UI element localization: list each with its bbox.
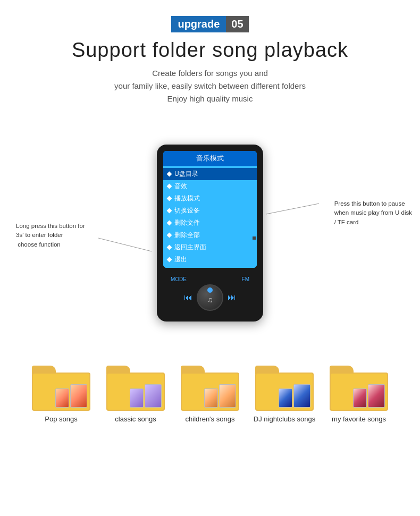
folder-overlay-dj [256,374,313,410]
upgrade-badge: upgrade 05 [171,16,248,32]
folder-label-children: children's songs [186,415,235,423]
folders-section: Pop songs classic songs [0,355,420,428]
svg-line-0 [98,238,152,251]
diamond-icon-3 [167,208,172,213]
folder-overlay-children [182,374,238,410]
folder-icon-fav [330,366,388,411]
controls-center: ⏮ ♫ ⏭ [163,282,257,313]
menu-label-2: 播放模式 [174,194,200,203]
annotation-right: Press this button to pause when music pl… [334,199,412,227]
page-header: upgrade 05 Support folder song playback … [0,0,420,111]
svg-line-1 [266,204,319,214]
photo-card-pop-1 [55,388,69,408]
diamond-icon-4 [167,220,172,225]
folder-label-dj: DJ nightclubs songs [254,415,315,423]
photo-card-fav-1 [353,388,367,408]
annotation-right-text: Press this button to pause when music pl… [334,199,412,227]
diamond-icon-0 [167,171,172,176]
photo-card-dj-2 [293,384,310,408]
annotation-left: Long press this button for 3s' to enter … [16,222,85,249]
menu-label-5: 删除全部 [174,231,200,240]
upgrade-label: upgrade [171,16,226,32]
screen-title: 音乐模式 [163,151,257,166]
photo-card-fav-2 [368,384,385,408]
menu-label-7: 退出 [174,255,187,264]
photo-card-pop-2 [70,384,87,408]
subtitle-line1: Create folders for songs you and [11,67,409,80]
menu-label-3: 切换设备 [174,206,200,215]
folder-classic: classic songs [104,366,167,423]
photo-card-children-1 [204,388,218,408]
menu-label-4: 删除文件 [174,218,200,227]
folder-label-fav: my favorite songs [332,415,386,423]
photo-card-dj-1 [279,388,292,408]
menu-item-6: 返回主界面 [163,241,257,253]
folder-dj: DJ nightclubs songs [253,366,316,423]
mode-button[interactable]: MODE [171,276,187,282]
folder-overlay-fav [331,374,387,410]
menu-label-1: 音效 [174,182,187,191]
folder-children: children's songs [178,366,242,423]
photo-card-children-2 [219,384,236,408]
diamond-icon-7 [167,257,172,262]
prev-button[interactable]: ⏮ [184,293,192,302]
subtitle-line3: Enjoy high quality music [11,92,409,105]
mp3-player: 音乐模式 U盘目录 音效 播放模式 切换设备 [157,145,263,322]
diamond-icon-5 [167,232,172,238]
mp3-controls: MODE FM ⏮ ♫ ⏭ [163,273,257,315]
photo-card-classic-1 [130,388,144,408]
folder-overlay-pop [33,374,89,410]
screen-menu: U盘目录 音效 播放模式 切换设备 删除文件 [163,166,257,268]
fm-button[interactable]: FM [242,276,249,282]
folder-pop: Pop songs [29,366,93,423]
folder-fav: my favorite songs [327,366,391,423]
next-button[interactable]: ⏭ [228,293,236,302]
subtitle: Create folders for songs you and your fa… [11,67,409,105]
diamond-icon-1 [167,183,172,189]
mp3-screen: 音乐模式 U盘目录 音效 播放模式 切换设备 [163,151,257,268]
folder-label-pop: Pop songs [45,415,77,423]
menu-item-5: 删除全部 [163,229,257,241]
dial-dot [207,287,213,293]
menu-label-0: U盘目录 [174,170,198,179]
photo-card-classic-2 [145,384,162,408]
folder-overlay-classic [107,374,164,410]
annotation-left-text: Long press this button for 3s' to enter … [16,222,85,249]
folder-icon-classic [106,366,165,411]
device-section: Long press this button for 3s' to enter … [0,121,420,344]
folder-label-classic: classic songs [115,415,156,423]
main-title: Support folder song playback [11,39,409,62]
diamond-icon-2 [167,196,172,201]
menu-item-0: U盘目录 [163,168,257,180]
folder-icon-dj [255,366,314,411]
folder-icon-children [181,366,239,411]
upgrade-number: 05 [226,16,248,32]
folder-icon-pop [32,366,90,411]
menu-item-3: 切换设备 [163,205,257,217]
menu-item-4: 删除文件 [163,217,257,229]
mode-fm-row: MODE FM [163,276,257,282]
diamond-icon-6 [167,244,172,250]
center-dial[interactable]: ♫ [197,284,223,311]
camera-dot [253,236,256,240]
menu-label-6: 返回主界面 [174,243,206,252]
subtitle-line2: your family like, easily switch between … [11,80,409,92]
menu-item-1: 音效 [163,180,257,192]
menu-item-2: 播放模式 [163,192,257,205]
menu-item-7: 退出 [163,253,257,266]
music-icon: ♫ [207,295,213,304]
